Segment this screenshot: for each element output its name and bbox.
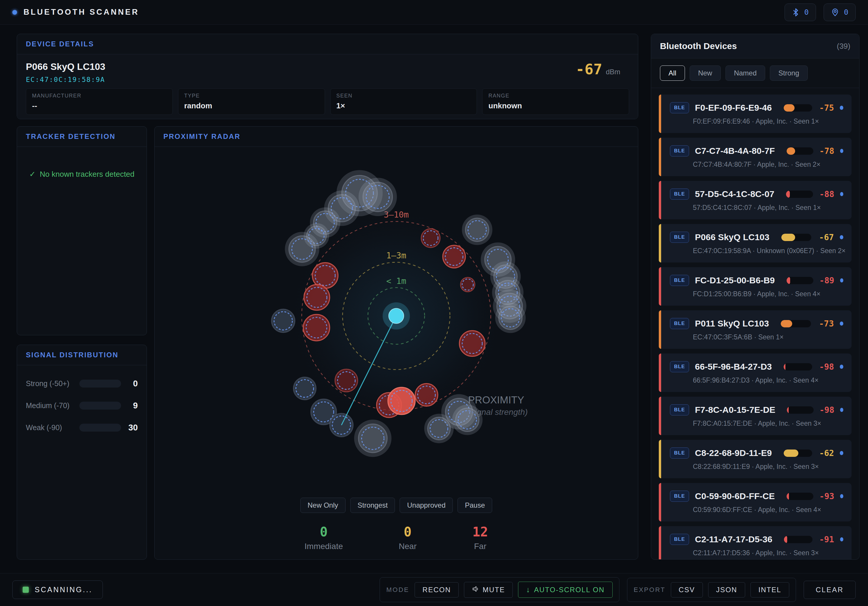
stat-value: 0 [304, 524, 343, 540]
radar-filter-new-only[interactable]: New Only [300, 498, 346, 513]
device-name: F0-EF-09-F6-E9-46 [695, 103, 772, 113]
export-json-button[interactable]: JSON [708, 582, 745, 597]
filter-tab-named[interactable]: Named [725, 65, 765, 81]
device-list-item[interactable]: BLE 66-5F-96-B4-27-D3 -98 66:5F:96:B4:27… [659, 354, 851, 392]
radar-device-dot[interactable] [289, 236, 315, 262]
radar-device-dot[interactable] [271, 309, 295, 332]
radar-device-dot[interactable] [293, 377, 316, 400]
bluetooth-count-badge: 0 [784, 3, 816, 21]
device-list-item[interactable]: BLE C7-C7-4B-4A-80-7F -78 C7:C7:4B:4A:80… [659, 138, 851, 176]
radar-filter-strongest[interactable]: Strongest [350, 498, 395, 513]
radar-device-dot[interactable] [465, 218, 489, 242]
device-list-item[interactable]: BLE FC-D1-25-00-B6-B9 -89 FC:D1:25:00:B6… [659, 267, 851, 306]
stat-label: Near [399, 542, 417, 551]
tracker-title: TRACKER DETECTION [26, 132, 115, 141]
signal-header: SIGNAL DISTRIBUTION [17, 345, 147, 365]
device-list-item[interactable]: BLE P011 SkyQ LC103 -73 EC:47:0C:3F:5A:6… [659, 310, 851, 349]
filter-tab-new[interactable]: New [690, 65, 721, 81]
signal-rows: Strong (-50+)0Medium (-70)9Weak (-90)30 [17, 365, 147, 446]
autoscroll-label: AUTO-SCROLL ON [534, 586, 604, 594]
bottom-right-controls: MODE RECON MUTE ↓ AUTO-SCROLL ON EXPORT … [380, 577, 856, 602]
radar-title: PROXIMITY RADAR [163, 132, 240, 141]
device-list-item[interactable]: BLE C0-59-90-6D-FF-CE -93 C0:59:90:6D:FF… [659, 483, 851, 521]
clear-button[interactable]: CLEAR [804, 581, 856, 599]
radar-device-dot[interactable] [303, 314, 330, 341]
device-accent-bar [659, 440, 661, 478]
mute-label: MUTE [482, 586, 505, 594]
signal-row-count: 30 [121, 423, 138, 433]
rssi-value: -67 [576, 61, 602, 78]
mode-recon-button[interactable]: RECON [415, 582, 459, 597]
signal-row-count: 0 [121, 379, 138, 388]
field-value: random [184, 101, 319, 110]
device-list-item[interactable]: BLE C2-11-A7-17-D5-36 -91 C2:11:A7:17:D5… [659, 526, 851, 560]
device-accent-bar [659, 267, 661, 306]
top-bar: BLUETOOTH SCANNER 0 0 [0, 0, 868, 25]
signal-row-bar [79, 424, 121, 431]
device-list-item[interactable]: BLE P066 SkyQ LC103 -67 EC:47:0C:19:58:9… [659, 224, 851, 263]
device-status-dot [840, 494, 843, 498]
device-rssi: -93 [819, 492, 834, 501]
radar-device-dot[interactable] [363, 182, 392, 212]
export-csv-button[interactable]: CSV [671, 582, 703, 597]
field-label: RANGE [488, 93, 623, 99]
device-name: P011 SkyQ LC103 [695, 318, 769, 329]
device-accent-bar [659, 354, 661, 392]
radar-device-dot[interactable] [415, 383, 438, 406]
device-status-dot [840, 235, 843, 239]
radar-device-dot[interactable] [358, 424, 387, 453]
device-accent-bar [659, 138, 661, 176]
signal-strength-bar [784, 450, 812, 457]
export-label: EXPORT [634, 586, 665, 594]
signal-row-label: Medium (-70) [26, 401, 79, 410]
signal-strength-bar [787, 407, 813, 414]
filter-tab-all[interactable]: All [660, 65, 685, 81]
ble-badge: BLE [670, 491, 689, 502]
stat-value: 0 [399, 524, 417, 540]
radar-device-dot[interactable] [499, 306, 522, 330]
stat-value: 12 [473, 524, 488, 540]
device-accent-bar [659, 94, 661, 133]
device-subtitle: F0:EF:09:F6:E9:46 · Apple, Inc. · Seen 1… [693, 117, 843, 125]
device-accent-bar [659, 224, 661, 263]
device-accent-bar [659, 310, 661, 349]
radar-filter-unapproved[interactable]: Unapproved [400, 498, 453, 513]
location-count-badge: 0 [824, 3, 856, 21]
device-accent-bar [659, 526, 661, 560]
device-details-body: P066 SkyQ LC103 EC:47:0C:19:58:9A BLENEW… [17, 54, 638, 119]
proximity-radar-panel: PROXIMITY RADAR < 1m1–3m3–10mPROXIMITY(s… [154, 126, 638, 560]
signal-row-label: Strong (-50+) [26, 379, 79, 388]
device-list-item[interactable]: BLE F0-EF-09-F6-E9-46 -75 F0:EF:09:F6:E9… [659, 94, 851, 133]
device-list-item[interactable]: BLE F7-8C-A0-15-7E-DE -98 F7:8C:A0:15:7E… [659, 397, 851, 435]
radar-device-dot[interactable] [421, 229, 440, 247]
scanning-button[interactable]: SCANNING... [12, 580, 103, 599]
device-rssi: -91 [818, 535, 834, 544]
radar-device-dot[interactable] [443, 245, 465, 268]
app-title: BLUETOOTH SCANNER [23, 8, 139, 17]
ble-badge: BLE [670, 361, 689, 372]
location-count: 0 [844, 8, 848, 17]
radar-header: PROXIMITY RADAR [155, 127, 638, 147]
field-type: TYPErandom [178, 88, 325, 115]
device-list-item[interactable]: BLE C8-22-68-9D-11-E9 -62 C8:22:68:9D:11… [659, 440, 851, 478]
device-rssi: -67 [817, 232, 834, 242]
stat-label: Immediate [304, 542, 343, 551]
radar-device-dot[interactable] [335, 369, 358, 392]
filter-tab-strong[interactable]: Strong [770, 65, 808, 81]
mute-button[interactable]: MUTE [464, 582, 513, 598]
signal-row-bar [79, 380, 121, 388]
device-name: 66-5F-96-B4-27-D3 [695, 362, 772, 372]
signal-row: Medium (-70)9 [26, 401, 138, 410]
device-row-main: BLE F7-8C-A0-15-7E-DE -98 [670, 404, 843, 416]
export-intel-button[interactable]: INTEL [750, 582, 789, 597]
radar-device-dot[interactable] [460, 277, 475, 292]
device-name: F7-8C-A0-15-7E-DE [695, 405, 775, 415]
autoscroll-button[interactable]: ↓ AUTO-SCROLL ON [518, 581, 612, 598]
device-list-item[interactable]: BLE 57-D5-C4-1C-8C-07 -88 57:D5:C4:1C:8C… [659, 181, 851, 220]
radar-device-dot[interactable] [304, 284, 330, 310]
radar-filter-pause[interactable]: Pause [457, 498, 492, 513]
bluetooth-icon [792, 8, 800, 17]
radar-device-dot[interactable] [388, 387, 415, 414]
proximity-stat-far: 12Far [473, 524, 488, 551]
radar-device-dot[interactable] [459, 331, 485, 356]
